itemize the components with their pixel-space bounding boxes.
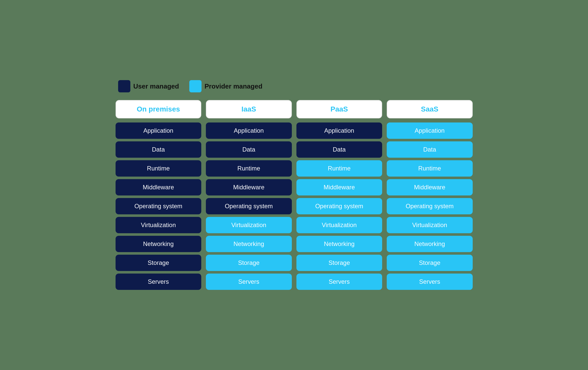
legend: User managed Provider managed <box>116 80 473 92</box>
cell-paas-storage: Storage <box>296 255 382 271</box>
comparison-grid: On premisesApplicationDataRuntimeMiddlew… <box>116 100 473 290</box>
cell-iaas-virtualization: Virtualization <box>206 217 292 233</box>
cell-on-premises-application: Application <box>116 122 202 139</box>
cell-iaas-data: Data <box>206 141 292 158</box>
cell-on-premises-storage: Storage <box>116 255 202 271</box>
cell-saas-runtime: Runtime <box>387 160 473 177</box>
cell-iaas-storage: Storage <box>206 255 292 271</box>
cell-iaas-servers: Servers <box>206 274 292 290</box>
cell-on-premises-middleware: Middleware <box>116 179 202 195</box>
cell-paas-data: Data <box>296 141 382 158</box>
cell-paas-virtualization: Virtualization <box>296 217 382 233</box>
legend-user-managed: User managed <box>118 80 179 92</box>
cell-on-premises-virtualization: Virtualization <box>116 217 202 233</box>
provider-managed-label: Provider managed <box>205 82 262 90</box>
column-header-on-premises: On premises <box>116 100 202 118</box>
column-paas: PaaSApplicationDataRuntimeMiddlewareOper… <box>296 100 382 290</box>
main-container: User managed Provider managed On premise… <box>116 80 473 290</box>
legend-provider-managed: Provider managed <box>189 80 262 92</box>
cell-on-premises-networking: Networking <box>116 236 202 252</box>
cell-on-premises-servers: Servers <box>116 274 202 290</box>
cell-saas-middleware: Middleware <box>387 179 473 195</box>
cell-saas-application: Application <box>387 122 473 139</box>
provider-managed-swatch <box>189 80 202 92</box>
cell-saas-data: Data <box>387 141 473 158</box>
cell-on-premises-runtime: Runtime <box>116 160 202 177</box>
cell-paas-application: Application <box>296 122 382 139</box>
cell-paas-middleware: Middleware <box>296 179 382 195</box>
cell-paas-runtime: Runtime <box>296 160 382 177</box>
cell-saas-virtualization: Virtualization <box>387 217 473 233</box>
column-header-iaas: IaaS <box>206 100 292 118</box>
user-managed-label: User managed <box>133 82 179 90</box>
cell-saas-networking: Networking <box>387 236 473 252</box>
column-header-paas: PaaS <box>296 100 382 118</box>
column-on-premises: On premisesApplicationDataRuntimeMiddlew… <box>116 100 202 290</box>
cell-saas-storage: Storage <box>387 255 473 271</box>
cell-on-premises-operating-system: Operating system <box>116 198 202 214</box>
cell-paas-servers: Servers <box>296 274 382 290</box>
cell-iaas-application: Application <box>206 122 292 139</box>
cell-iaas-runtime: Runtime <box>206 160 292 177</box>
cell-iaas-middleware: Middleware <box>206 179 292 195</box>
cell-saas-operating-system: Operating system <box>387 198 473 214</box>
cell-iaas-operating-system: Operating system <box>206 198 292 214</box>
user-managed-swatch <box>118 80 130 92</box>
cell-on-premises-data: Data <box>116 141 202 158</box>
cell-iaas-networking: Networking <box>206 236 292 252</box>
cell-paas-operating-system: Operating system <box>296 198 382 214</box>
column-saas: SaaSApplicationDataRuntimeMiddlewareOper… <box>387 100 473 290</box>
cell-saas-servers: Servers <box>387 274 473 290</box>
column-iaas: IaaSApplicationDataRuntimeMiddlewareOper… <box>206 100 292 290</box>
cell-paas-networking: Networking <box>296 236 382 252</box>
column-header-saas: SaaS <box>387 100 473 118</box>
